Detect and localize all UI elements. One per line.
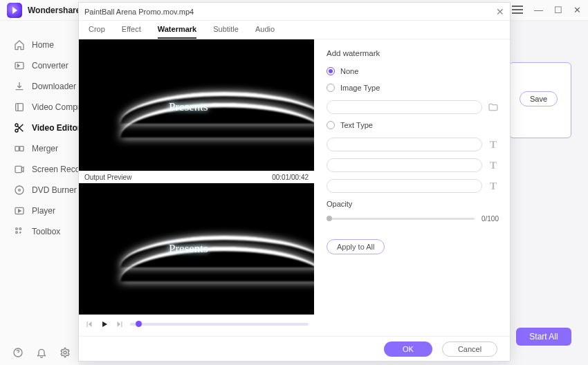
svg-rect-1 bbox=[16, 104, 24, 111]
help-icon[interactable] bbox=[12, 347, 24, 358]
maximize-button[interactable]: ☐ bbox=[554, 6, 562, 15]
brand-name: Wondershare | bbox=[28, 6, 85, 15]
radio-none-label: None bbox=[340, 67, 358, 75]
svg-point-3 bbox=[15, 129, 18, 132]
apply-to-all-button[interactable]: Apply to All bbox=[327, 239, 385, 254]
start-all-button[interactable]: Start All bbox=[516, 328, 571, 346]
timecode-label: 00:01/00:42 bbox=[272, 174, 309, 181]
tab-crop[interactable]: Crop bbox=[89, 25, 105, 39]
output-preview-label: Output Preview bbox=[84, 174, 131, 181]
svg-rect-4 bbox=[15, 147, 19, 151]
sidebar-item-label: Video Editor bbox=[32, 123, 80, 133]
radio-text-type[interactable] bbox=[327, 121, 335, 129]
folder-icon[interactable] bbox=[488, 102, 499, 113]
radio-image-label: Image Type bbox=[340, 84, 380, 92]
image-path-input[interactable] bbox=[327, 100, 482, 114]
output-preview: Presents bbox=[79, 183, 314, 315]
sidebar-item-label: Screen Recorde bbox=[32, 165, 80, 174]
svg-rect-5 bbox=[20, 147, 24, 151]
opacity-label: Opacity bbox=[327, 200, 499, 208]
opacity-slider[interactable] bbox=[327, 218, 475, 220]
radio-none[interactable] bbox=[327, 67, 335, 75]
modal-title: PaintBall Arena Promo.mov.mp4 bbox=[84, 8, 194, 16]
minimize-button[interactable]: — bbox=[534, 6, 543, 15]
text-style-icon[interactable]: T bbox=[488, 139, 499, 151]
compress-icon bbox=[14, 102, 25, 113]
text-style-icon[interactable]: T bbox=[488, 180, 499, 192]
sidebar-item-converter[interactable]: Converter bbox=[0, 55, 80, 76]
editor-tabs: Crop Effect Watermark Subtitle Audio bbox=[79, 21, 510, 39]
sidebar-item-compressor[interactable]: Video Compres bbox=[0, 97, 80, 118]
sidebar-item-dvd-burner[interactable]: DVD Burner bbox=[0, 180, 80, 200]
text-watermark-input-1[interactable] bbox=[327, 138, 482, 151]
tab-subtitle[interactable]: Subtitle bbox=[213, 25, 239, 39]
grid-icon bbox=[14, 226, 25, 237]
modal-close-button[interactable]: ✕ bbox=[496, 6, 504, 17]
disc-icon bbox=[14, 185, 25, 196]
seek-slider[interactable] bbox=[130, 323, 309, 326]
cancel-button[interactable]: Cancel bbox=[442, 341, 497, 357]
svg-rect-6 bbox=[15, 166, 21, 172]
sidebar-item-label: DVD Burner bbox=[32, 185, 77, 195]
sidebar-item-screen-recorder[interactable]: Screen Recorde bbox=[0, 159, 80, 180]
home-icon bbox=[14, 39, 25, 50]
bell-icon[interactable] bbox=[36, 347, 47, 358]
gear-icon[interactable] bbox=[59, 347, 71, 358]
svg-point-12 bbox=[16, 232, 18, 234]
record-icon bbox=[14, 164, 25, 175]
save-button[interactable]: Save bbox=[520, 91, 558, 106]
download-icon bbox=[14, 81, 25, 92]
play-button[interactable] bbox=[100, 319, 109, 329]
text-style-icon[interactable]: T bbox=[488, 160, 499, 171]
sidebar: Home Converter Downloader Video Compres … bbox=[0, 21, 80, 365]
svg-point-7 bbox=[15, 186, 24, 194]
sidebar-item-label: Merger bbox=[32, 144, 58, 153]
sidebar-item-label: Player bbox=[32, 206, 55, 216]
tab-audio[interactable]: Audio bbox=[255, 25, 275, 39]
converter-icon bbox=[14, 60, 25, 71]
tab-effect[interactable]: Effect bbox=[122, 25, 141, 39]
video-swoosh-graphic bbox=[120, 236, 314, 291]
sidebar-item-merger[interactable]: Merger bbox=[0, 138, 80, 159]
radio-image-type[interactable] bbox=[327, 84, 335, 92]
svg-point-14 bbox=[64, 351, 66, 354]
svg-point-11 bbox=[19, 228, 21, 230]
radio-text-label: Text Type bbox=[340, 121, 373, 129]
watermark-section-title: Add watermark bbox=[327, 49, 499, 57]
sidebar-item-label: Home bbox=[32, 40, 54, 50]
sidebar-item-label: Converter bbox=[32, 61, 68, 71]
opacity-value: 0/100 bbox=[481, 215, 499, 223]
sidebar-item-label: Video Compres bbox=[32, 102, 80, 112]
merge-icon bbox=[14, 143, 25, 154]
text-watermark-input-3[interactable] bbox=[327, 179, 482, 193]
play-icon bbox=[14, 205, 25, 216]
next-frame-button[interactable] bbox=[115, 319, 125, 329]
svg-point-8 bbox=[19, 189, 21, 191]
hamburger-icon[interactable] bbox=[512, 6, 523, 15]
editor-modal: PaintBall Arena Promo.mov.mp4 ✕ Crop Eff… bbox=[78, 2, 511, 362]
sidebar-item-label: Downloader bbox=[32, 82, 76, 91]
sidebar-item-video-editor[interactable]: Video Editor bbox=[0, 118, 80, 138]
video-swoosh-graphic bbox=[120, 92, 314, 147]
tab-watermark[interactable]: Watermark bbox=[158, 25, 196, 39]
scissors-icon bbox=[14, 122, 25, 133]
video-overlay-text: Presents bbox=[169, 100, 208, 114]
video-overlay-text: Presents bbox=[169, 242, 208, 256]
prev-frame-button[interactable] bbox=[84, 319, 94, 329]
sidebar-item-downloader[interactable]: Downloader bbox=[0, 76, 80, 97]
source-preview: Presents bbox=[79, 39, 314, 171]
sidebar-item-label: Toolbox bbox=[32, 227, 60, 236]
sidebar-item-toolbox[interactable]: Toolbox bbox=[0, 221, 80, 242]
svg-point-2 bbox=[15, 124, 18, 127]
app-logo bbox=[7, 3, 22, 18]
ok-button[interactable]: OK bbox=[384, 341, 432, 357]
text-watermark-input-2[interactable] bbox=[327, 158, 482, 172]
window-close-button[interactable]: ✕ bbox=[573, 6, 581, 15]
sidebar-item-player[interactable]: Player bbox=[0, 200, 80, 221]
svg-point-10 bbox=[16, 228, 18, 230]
sidebar-item-home[interactable]: Home bbox=[0, 35, 80, 55]
seek-handle[interactable] bbox=[136, 321, 142, 327]
opacity-handle[interactable] bbox=[327, 216, 332, 221]
